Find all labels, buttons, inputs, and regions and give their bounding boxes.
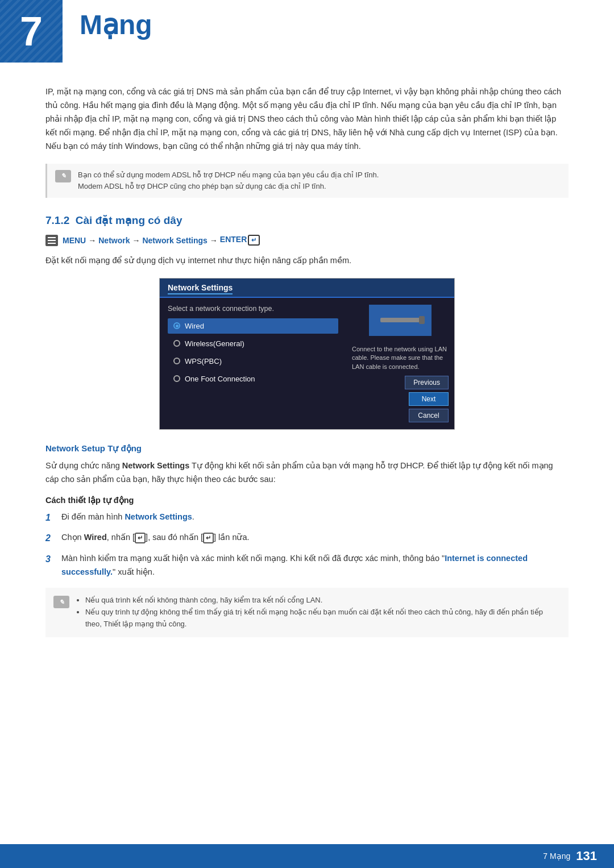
radio-wps-pbc [173, 358, 180, 364]
arrow-3: → [210, 236, 218, 245]
note-box-2: ✎ Nếu quá trình kết nối không thành công… [45, 588, 569, 637]
note-bullet-2: Nếu quy trình tự động không thể tìm thấy… [85, 607, 561, 630]
cable-visual [380, 318, 420, 322]
steps-list: 1 Đi đến màn hình Network Settings. 2 Ch… [45, 510, 569, 579]
option-one-foot[interactable]: One Foot Connection [168, 371, 338, 387]
option-wired[interactable]: Wired [168, 318, 338, 334]
note-box-1: ✎ Bạn có thể sử dụng modem ADSL hỗ trợ D… [45, 164, 569, 198]
svg-rect-1 [48, 240, 56, 241]
dialog-body: Select a network connection type. Wired … [160, 298, 454, 429]
chapter-number: 7 [0, 0, 63, 63]
arrow-2: → [132, 236, 140, 245]
menu-network-settings: Network Settings [142, 236, 207, 245]
chapter-header: 7 Mạng [0, 0, 614, 74]
menu-icon [45, 235, 58, 246]
menu-label: MENU [63, 236, 86, 245]
step-1: 1 Đi đến màn hình Network Settings. [45, 510, 569, 525]
chapter-title: Mạng [63, 0, 152, 40]
footer-page-number: 131 [576, 849, 597, 863]
note-icon-2: ✎ [53, 596, 69, 608]
dialog-desc-text: Connect to the network using LAN cable. … [352, 345, 449, 371]
steps-heading: Cách thiết lập tự động [45, 496, 569, 505]
page-content: IP, mặt nạ mạng con, cổng và các giá trị… [0, 74, 614, 678]
menu-enter: ENTER↵ [220, 235, 260, 246]
dialog-prompt: Select a network connection type. [168, 305, 338, 313]
section-heading: 7.1.2 Cài đặt mạng có dây [45, 214, 569, 227]
note-icon-1: ✎ [55, 170, 71, 182]
svg-rect-0 [48, 237, 56, 238]
network-setup-heading: Network Setup Tự động [45, 443, 569, 454]
option-wireless-general[interactable]: Wireless(General) [168, 336, 338, 351]
step-2: 2 Chọn Wired, nhấn [↵], sau đó nhấn [↵] … [45, 531, 569, 546]
note-bullet-1: Nếu quá trình kết nối không thành công, … [85, 595, 561, 607]
section-description: Đặt kết nối mạng để sử dụng dịch vụ inte… [45, 254, 569, 268]
dialog-title: Network Settings [168, 283, 233, 294]
dialog-titlebar: Network Settings [160, 279, 454, 298]
radio-wired [173, 322, 180, 329]
option-wps-pbc[interactable]: WPS(PBC) [168, 354, 338, 369]
network-settings-dialog: Network Settings Select a network connec… [159, 278, 455, 430]
step-3: 3 Màn hình kiểm tra mạng xuất hiện và xá… [45, 552, 569, 579]
enter-icon-step2a: ↵ [135, 533, 146, 543]
chapter-number-text: 7 [20, 8, 43, 55]
menu-network: Network [98, 236, 130, 245]
footer-text: 7 Mạng [543, 852, 570, 861]
connection-visual [369, 305, 432, 336]
note-text-1: Bạn có thể sử dụng modem ADSL hỗ trợ DHC… [78, 169, 379, 192]
enter-icon-step2b: ↵ [203, 533, 214, 543]
btn-cancel[interactable]: Cancel [409, 409, 449, 422]
dialog-container: Network Settings Select a network connec… [45, 278, 569, 430]
dialog-right-panel: Connect to the network using LAN cable. … [346, 298, 454, 429]
note-bullets: Nếu quá trình kết nối không thành công, … [76, 595, 561, 630]
dialog-left-panel: Select a network connection type. Wired … [160, 298, 346, 429]
radio-one-foot [173, 375, 180, 382]
radio-wireless-general [173, 340, 180, 347]
btn-previous[interactable]: Previous [405, 376, 449, 389]
dialog-buttons: Previous Next Cancel [405, 376, 449, 422]
auto-setup-desc: Sử dụng chức năng Network Settings Tự độ… [45, 459, 569, 487]
arrow-1: → [88, 236, 96, 245]
svg-rect-2 [48, 243, 56, 244]
intro-paragraph: IP, mặt nạ mạng con, cổng và các giá trị… [45, 85, 569, 153]
menu-path: MENU → Network → Network Settings → ENTE… [45, 235, 569, 246]
enter-icon-menu: ↵ [248, 235, 260, 246]
page-footer: 7 Mạng 131 [0, 844, 614, 868]
btn-next[interactable]: Next [409, 392, 449, 406]
